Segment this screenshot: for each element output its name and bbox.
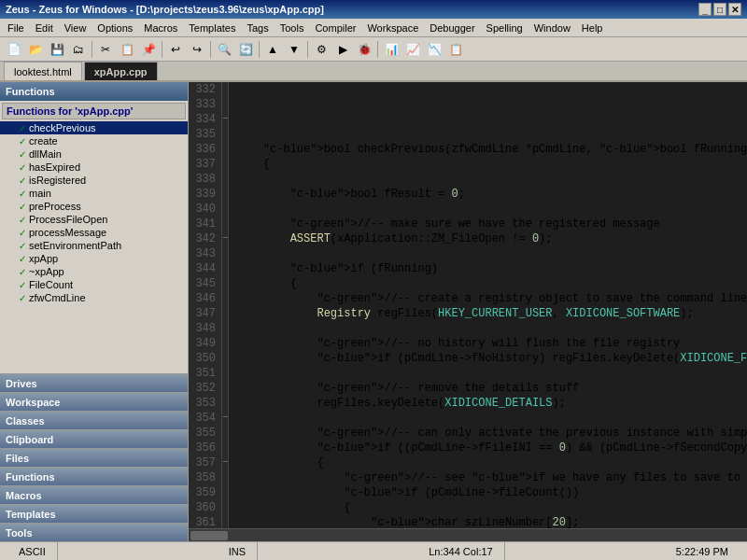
toolbar-new[interactable]: 📄 xyxy=(4,39,24,60)
code-line-334[interactable]: { xyxy=(236,157,747,172)
code-marker-342[interactable]: − xyxy=(222,231,228,246)
func-item-zfwcmdline[interactable]: ✓zfwCmdLine xyxy=(0,291,188,304)
menu-item-edit[interactable]: Edit xyxy=(30,19,59,36)
code-marker-354[interactable]: − xyxy=(222,411,228,426)
panel-files[interactable]: Files xyxy=(0,448,188,467)
toolbar-redo[interactable]: ↪ xyxy=(187,39,207,60)
code-line-348[interactable] xyxy=(236,366,747,381)
toolbar-cut[interactable]: ✂ xyxy=(95,39,116,60)
menu-item-compiler[interactable]: Compiler xyxy=(309,19,361,36)
toolbar-extra2[interactable]: 📈 xyxy=(402,39,423,60)
code-line-352[interactable]: "c-green">//-- can only activate the pre… xyxy=(236,426,747,441)
toolbar-extra4[interactable]: 📋 xyxy=(445,39,466,60)
close-button[interactable]: ✕ xyxy=(728,3,741,16)
code-line-341[interactable]: "c-blue">if (fRunning) xyxy=(236,261,747,276)
toolbar-run[interactable]: ▶ xyxy=(332,39,353,60)
collapse-icon[interactable]: − xyxy=(222,411,228,426)
menu-item-tags[interactable]: Tags xyxy=(241,19,274,36)
func-item-create[interactable]: ✓create xyxy=(0,134,188,147)
toolbar-saveall[interactable]: 🗂 xyxy=(68,39,89,60)
code-line-347[interactable]: "c-blue">if (pCmdLine->fNoHistory) regFi… xyxy=(236,351,747,366)
tab-1[interactable]: xpApp.cpp xyxy=(84,62,158,80)
code-line-333[interactable]: "c-blue">bool checkPrevious(zfwCmdLine *… xyxy=(236,142,747,157)
func-item-hasexpired[interactable]: ✓hasExpired xyxy=(0,161,188,174)
toolbar-copy[interactable]: 📋 xyxy=(117,39,137,60)
func-item-preprocess[interactable]: ✓preProcess xyxy=(0,200,188,213)
menu-item-window[interactable]: Window xyxy=(529,19,576,36)
func-item-filecount[interactable]: ✓FileCount xyxy=(0,278,188,291)
minimize-button[interactable]: _ xyxy=(698,3,712,16)
toolbar-paste[interactable]: 📌 xyxy=(138,39,159,60)
code-content[interactable]: "c-blue">bool checkPrevious(zfwCmdLine *… xyxy=(229,82,747,528)
toolbar-undo[interactable]: ↩ xyxy=(165,39,186,60)
horizontal-scrollbar[interactable] xyxy=(189,528,747,541)
code-line-349[interactable]: "c-green">//-- remove the details stuff xyxy=(236,381,747,396)
collapse-icon[interactable]: − xyxy=(222,455,228,470)
panel-workspace[interactable]: Workspace xyxy=(0,392,188,411)
code-marker-334[interactable]: − xyxy=(222,112,228,127)
func-item-main[interactable]: ✓main xyxy=(0,187,188,200)
toolbar-debug[interactable]: 🐞 xyxy=(354,39,374,60)
code-line-356[interactable]: "c-blue">if (pCmdLine->fileCount()) xyxy=(236,485,747,500)
code-line-336[interactable]: "c-blue">bool fResult = 0; xyxy=(236,187,747,202)
code-line-343[interactable]: "c-green">//-- create a registry object … xyxy=(236,291,747,306)
toolbar-up[interactable]: ▲ xyxy=(262,39,283,60)
panel-tools[interactable]: Tools xyxy=(0,523,188,541)
code-line-335[interactable] xyxy=(236,172,747,187)
menu-item-debugger[interactable]: Debugger xyxy=(424,19,480,36)
code-line-342[interactable]: { xyxy=(236,276,747,291)
func-item-processfileopen[interactable]: ✓ProcessFileOpen xyxy=(0,213,188,226)
code-line-338[interactable]: "c-green">//-- make sure we have the reg… xyxy=(236,217,747,231)
code-line-340[interactable] xyxy=(236,246,747,261)
toolbar-open[interactable]: 📂 xyxy=(25,39,46,60)
panel-drives[interactable]: Drives xyxy=(0,373,188,392)
code-line-354[interactable]: { xyxy=(236,455,747,470)
func-item-checkprevious[interactable]: ✓checkPrevious xyxy=(0,121,188,134)
panel-classes[interactable]: Classes xyxy=(0,411,188,429)
menu-item-options[interactable]: Options xyxy=(92,19,138,36)
menu-item-view[interactable]: View xyxy=(59,19,92,36)
scroll-thumb-h[interactable] xyxy=(190,531,228,540)
code-line-337[interactable] xyxy=(236,202,747,217)
panel-functions[interactable]: Functions xyxy=(0,467,188,485)
collapse-icon[interactable]: − xyxy=(222,231,228,246)
code-line-355[interactable]: "c-green">//-- see "c-blue">if we have a… xyxy=(236,470,747,485)
tab-0[interactable]: looktest.html xyxy=(4,62,82,80)
toolbar-search[interactable]: 🔍 xyxy=(214,39,234,60)
toolbar-save[interactable]: 💾 xyxy=(47,39,67,60)
panel-macros[interactable]: Macros xyxy=(0,485,188,504)
code-line-339[interactable]: ASSERT(xApplication::ZM_FileOpen != 0); xyxy=(236,231,747,246)
code-line-344[interactable]: Registry regFiles(HKEY_CURRENT_USER, XID… xyxy=(236,306,747,321)
toolbar-replace[interactable]: 🔄 xyxy=(235,39,256,60)
code-line-350[interactable]: regFiles.keyDelete(XIDICONE_DETAILS); xyxy=(236,396,747,411)
func-item-isregistered[interactable]: ✓isRegistered xyxy=(0,174,188,187)
func-item-dllmain[interactable]: ✓dllMain xyxy=(0,147,188,161)
collapse-icon[interactable]: − xyxy=(222,112,228,127)
toolbar-extra1[interactable]: 📊 xyxy=(381,39,402,60)
code-line-345[interactable] xyxy=(236,321,747,336)
menu-item-file[interactable]: File xyxy=(2,19,30,36)
maximize-button[interactable]: □ xyxy=(713,3,726,16)
titlebar-controls[interactable]: _ □ ✕ xyxy=(698,3,741,16)
code-line-346[interactable]: "c-green">//-- no history will flush the… xyxy=(236,336,747,351)
functions-header[interactable]: Functions for 'xpApp.cpp' xyxy=(2,103,186,119)
func-item-tildexpapp[interactable]: ✓~xpApp xyxy=(0,265,188,278)
func-item-processmessage[interactable]: ✓processMessage xyxy=(0,226,188,239)
panel-clipboard[interactable]: Clipboard xyxy=(0,429,188,448)
menu-item-workspace[interactable]: Workspace xyxy=(361,19,424,36)
code-line-332[interactable] xyxy=(236,127,747,142)
toolbar-extra3[interactable]: 📉 xyxy=(424,39,444,60)
toolbar-compile[interactable]: ⚙ xyxy=(311,39,331,60)
panel-templates[interactable]: Templates xyxy=(0,504,188,523)
code-line-357[interactable]: { xyxy=(236,500,747,515)
code-line-353[interactable]: "c-blue">if ((pCmdLine->fFileINI == 0) &… xyxy=(236,441,747,455)
code-line-358[interactable]: "c-blue">char szLineNumber[20]; xyxy=(236,515,747,528)
menu-item-help[interactable]: Help xyxy=(576,19,609,36)
menu-item-spelling[interactable]: Spelling xyxy=(481,19,529,36)
code-marker-357[interactable]: − xyxy=(222,455,228,470)
func-item-setenvironmentpath[interactable]: ✓setEnvironmentPath xyxy=(0,239,188,252)
toolbar-down[interactable]: ▼ xyxy=(284,39,304,60)
func-item-xpapp[interactable]: ✓xpApp xyxy=(0,252,188,265)
code-line-351[interactable] xyxy=(236,411,747,426)
menu-item-templates[interactable]: Templates xyxy=(183,19,241,36)
